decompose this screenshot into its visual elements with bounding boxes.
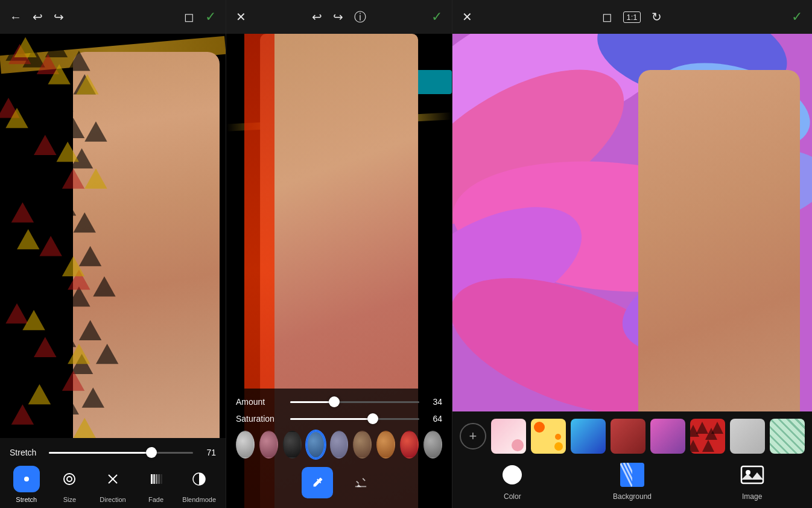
svg-marker-4 [0, 87, 22, 108]
ratio-button-3[interactable]: 1:1 [623, 11, 640, 23]
amount-label: Amount [236, 397, 284, 407]
stretch-label: Stretch [10, 448, 43, 457]
tool-direction[interactable]: Direction [95, 466, 131, 503]
amount-slider[interactable] [290, 401, 419, 403]
direction-tool-icon [100, 466, 126, 492]
back-button[interactable]: ← [10, 11, 22, 23]
stretch-value: 71 [199, 448, 216, 457]
mode-background[interactable]: Background [611, 461, 653, 501]
amount-value: 34 [425, 397, 442, 407]
svg-marker-26 [51, 259, 73, 280]
swatch-row [236, 431, 442, 459]
refresh-button-3[interactable]: ↻ [652, 11, 662, 23]
stretch-slider-thumb[interactable] [146, 447, 157, 458]
blendmode-tool-icon [186, 466, 212, 492]
svg-marker-5 [28, 81, 51, 101]
svg-marker-17 [5, 189, 28, 209]
saturation-label: Saturation [236, 414, 284, 424]
add-background-button[interactable]: + [460, 423, 486, 449]
svg-marker-98 [711, 422, 723, 434]
swatch-slate[interactable] [330, 431, 349, 459]
undo-button-1[interactable]: ↩ [33, 11, 43, 23]
amount-fill [290, 401, 334, 403]
svg-marker-34 [28, 317, 51, 337]
check-button-3[interactable]: ✓ [791, 10, 802, 24]
redo-button-2[interactable]: ↪ [333, 11, 343, 23]
panel-stretch: ← ↩ ↪ ◻ ✓ [0, 0, 226, 508]
background-mode-icon [618, 461, 646, 489]
svg-rect-79 [158, 474, 160, 484]
svg-marker-24 [0, 256, 22, 277]
info-button-2[interactable]: ⓘ [354, 11, 366, 23]
saturation-fill [290, 418, 373, 420]
svg-marker-55 [34, 337, 56, 358]
thumb-purple[interactable] [650, 419, 685, 454]
svg-marker-38 [20, 351, 42, 371]
svg-marker-39 [45, 361, 68, 381]
swatch-brown[interactable] [353, 431, 372, 459]
svg-marker-66 [22, 310, 45, 331]
svg-marker-52 [39, 236, 62, 256]
swatch-copper[interactable] [376, 431, 395, 459]
swatch-blue-steel[interactable] [306, 431, 325, 459]
check-button-2[interactable]: ✓ [431, 10, 442, 24]
svg-marker-54 [5, 303, 28, 323]
saturation-thumb[interactable] [367, 413, 378, 424]
mode-color[interactable]: Color [491, 461, 533, 501]
swatch-gray[interactable] [423, 431, 442, 459]
saturation-slider[interactable] [290, 418, 419, 420]
thumb-silver[interactable] [730, 419, 765, 454]
amount-thumb[interactable] [329, 396, 340, 407]
svg-marker-61 [5, 108, 28, 128]
close-button-2[interactable]: ✕ [236, 11, 246, 23]
svg-marker-9 [17, 115, 39, 135]
svg-rect-100 [620, 463, 644, 487]
thumb-teal[interactable] [770, 419, 805, 454]
brush-button[interactable] [302, 467, 333, 498]
swatch-black[interactable] [283, 431, 302, 459]
redo-button-1[interactable]: ↪ [54, 11, 64, 23]
stretch-slider-track[interactable] [49, 452, 193, 454]
swatch-mauve[interactable] [259, 431, 278, 459]
thumb-triangles[interactable] [690, 419, 725, 454]
cyan-accent [416, 70, 452, 94]
panel3-bottom: + [452, 411, 812, 508]
topbar-3-center: ◻ 1:1 ↻ [602, 11, 661, 23]
blendmode-tool-label: Blendmode [182, 496, 216, 503]
tool-size[interactable]: Size [51, 466, 87, 503]
tool-blendmode[interactable]: Blendmode [181, 466, 217, 503]
svg-marker-97 [702, 440, 714, 452]
photo-area-3 [452, 34, 812, 411]
mode-image[interactable]: Image [731, 461, 773, 501]
tool-fade[interactable]: Fade [138, 466, 174, 503]
thumb-blue[interactable] [571, 419, 606, 454]
svg-rect-82 [355, 486, 366, 487]
tool-row-1: Stretch Size Direction [0, 463, 226, 503]
svg-rect-77 [153, 474, 155, 484]
svg-point-73 [67, 477, 72, 481]
erase-button-1[interactable]: ◻ [184, 11, 194, 23]
close-button-3[interactable]: ✕ [462, 11, 472, 23]
thumb-pink[interactable] [491, 419, 526, 454]
saturation-value: 64 [425, 414, 442, 424]
svg-marker-42 [5, 391, 28, 411]
swatch-silver[interactable] [236, 431, 255, 459]
stretch-control: Stretch 71 [0, 444, 226, 463]
swatch-red[interactable] [400, 431, 419, 459]
color-mode-icon [498, 461, 526, 489]
eraser-button[interactable] [345, 467, 376, 498]
topbar-2: ✕ ↩ ↪ ⓘ ✓ [226, 0, 452, 34]
topbar-1-right: ◻ ✓ [184, 10, 216, 24]
svg-rect-76 [151, 474, 153, 484]
undo-button-2[interactable]: ↩ [312, 11, 322, 23]
erase-button-3[interactable]: ◻ [602, 11, 612, 23]
topbar-2-center: ↩ ↪ ⓘ [312, 11, 366, 23]
size-tool-label: Size [63, 496, 76, 503]
check-button-1[interactable]: ✓ [205, 10, 216, 24]
topbar-3: ✕ ◻ 1:1 ↻ ✓ [452, 0, 812, 34]
tool-stretch[interactable]: Stretch [8, 466, 45, 503]
svg-marker-33 [3, 323, 25, 344]
bg-thumbnail-row: + [452, 416, 812, 459]
thumb-red[interactable] [611, 419, 645, 454]
thumb-yellow-orange[interactable] [531, 419, 566, 454]
